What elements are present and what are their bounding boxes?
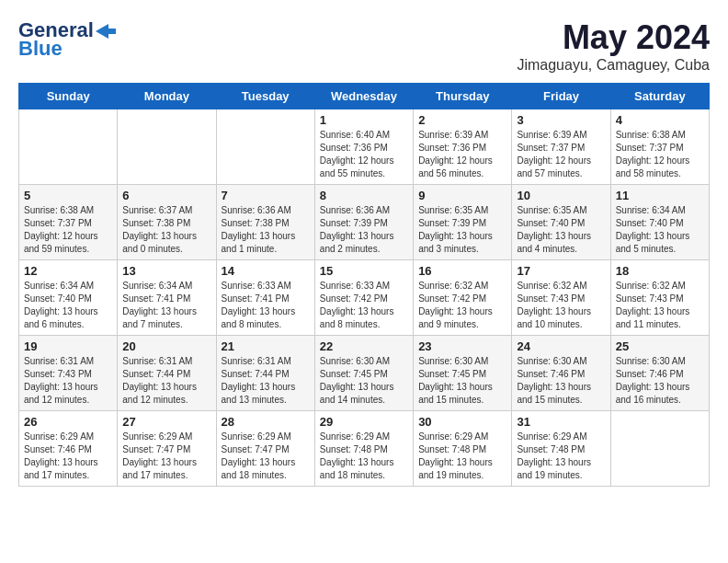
day-number: 9 — [418, 189, 506, 202]
day-info: Sunrise: 6:40 AM Sunset: 7:36 PM Dayligh… — [320, 129, 408, 180]
day-number: 1 — [320, 113, 408, 127]
calendar-cell: 26Sunrise: 6:29 AM Sunset: 7:46 PM Dayli… — [19, 411, 118, 487]
title-block: May 2024 Jimaguayu, Camaguey, Cuba — [517, 18, 710, 74]
day-info: Sunrise: 6:31 AM Sunset: 7:44 PM Dayligh… — [222, 355, 310, 407]
calendar-cell — [610, 411, 709, 487]
calendar-cell: 8Sunrise: 6:36 AM Sunset: 7:39 PM Daylig… — [314, 185, 413, 260]
day-number: 10 — [517, 189, 605, 202]
day-number: 4 — [616, 113, 704, 127]
weekday-header-saturday: Saturday — [610, 84, 709, 109]
day-info: Sunrise: 6:32 AM Sunset: 7:43 PM Dayligh… — [517, 280, 605, 331]
calendar-cell: 7Sunrise: 6:36 AM Sunset: 7:38 PM Daylig… — [216, 185, 314, 260]
day-number: 31 — [517, 415, 605, 429]
day-info: Sunrise: 6:31 AM Sunset: 7:44 PM Dayligh… — [122, 355, 210, 407]
day-info: Sunrise: 6:39 AM Sunset: 7:37 PM Dayligh… — [517, 129, 605, 180]
day-number: 24 — [517, 339, 605, 353]
day-number: 20 — [122, 339, 210, 353]
calendar-cell: 12Sunrise: 6:34 AM Sunset: 7:40 PM Dayli… — [19, 260, 118, 336]
day-info: Sunrise: 6:29 AM Sunset: 7:48 PM Dayligh… — [517, 431, 605, 482]
calendar-cell: 22Sunrise: 6:30 AM Sunset: 7:45 PM Dayli… — [314, 336, 413, 411]
calendar-cell — [19, 109, 118, 185]
calendar-cell: 15Sunrise: 6:33 AM Sunset: 7:42 PM Dayli… — [314, 260, 413, 336]
day-number: 12 — [24, 264, 112, 278]
day-number: 30 — [418, 415, 506, 429]
day-info: Sunrise: 6:33 AM Sunset: 7:41 PM Dayligh… — [222, 280, 310, 331]
day-number: 16 — [418, 264, 506, 278]
day-info: Sunrise: 6:31 AM Sunset: 7:43 PM Dayligh… — [24, 355, 112, 407]
page-header: General Blue May 2024 Jimaguayu, Camague… — [18, 18, 710, 74]
day-number: 15 — [320, 264, 408, 278]
day-number: 29 — [320, 415, 408, 429]
calendar-cell: 31Sunrise: 6:29 AM Sunset: 7:48 PM Dayli… — [512, 411, 610, 487]
day-info: Sunrise: 6:29 AM Sunset: 7:48 PM Dayligh… — [320, 431, 408, 482]
location: Jimaguayu, Camaguey, Cuba — [517, 57, 710, 74]
calendar-cell: 3Sunrise: 6:39 AM Sunset: 7:37 PM Daylig… — [512, 109, 610, 185]
calendar-week-row: 26Sunrise: 6:29 AM Sunset: 7:46 PM Dayli… — [19, 411, 710, 487]
day-info: Sunrise: 6:38 AM Sunset: 7:37 PM Dayligh… — [616, 129, 704, 180]
day-number: 27 — [122, 415, 210, 429]
day-info: Sunrise: 6:29 AM Sunset: 7:47 PM Dayligh… — [122, 431, 210, 482]
weekday-header-sunday: Sunday — [19, 84, 118, 109]
calendar-cell: 5Sunrise: 6:38 AM Sunset: 7:37 PM Daylig… — [19, 185, 118, 260]
logo: General Blue — [18, 18, 116, 61]
calendar-cell — [118, 109, 216, 185]
day-number: 6 — [122, 189, 210, 202]
day-info: Sunrise: 6:29 AM Sunset: 7:47 PM Dayligh… — [222, 431, 310, 482]
day-info: Sunrise: 6:36 AM Sunset: 7:39 PM Dayligh… — [320, 204, 408, 256]
calendar-cell: 11Sunrise: 6:34 AM Sunset: 7:40 PM Dayli… — [610, 185, 709, 260]
day-info: Sunrise: 6:30 AM Sunset: 7:46 PM Dayligh… — [616, 355, 704, 407]
month-title: May 2024 — [517, 18, 710, 57]
calendar-cell: 29Sunrise: 6:29 AM Sunset: 7:48 PM Dayli… — [314, 411, 413, 487]
day-info: Sunrise: 6:34 AM Sunset: 7:40 PM Dayligh… — [616, 204, 704, 256]
calendar-cell: 1Sunrise: 6:40 AM Sunset: 7:36 PM Daylig… — [314, 109, 413, 185]
calendar-cell: 30Sunrise: 6:29 AM Sunset: 7:48 PM Dayli… — [414, 411, 512, 487]
calendar-week-row: 19Sunrise: 6:31 AM Sunset: 7:43 PM Dayli… — [19, 336, 710, 411]
calendar-cell: 17Sunrise: 6:32 AM Sunset: 7:43 PM Dayli… — [512, 260, 610, 336]
day-number: 2 — [418, 113, 506, 127]
day-info: Sunrise: 6:30 AM Sunset: 7:45 PM Dayligh… — [320, 355, 408, 407]
calendar-cell: 25Sunrise: 6:30 AM Sunset: 7:46 PM Dayli… — [610, 336, 709, 411]
day-number: 22 — [320, 339, 408, 353]
day-info: Sunrise: 6:30 AM Sunset: 7:46 PM Dayligh… — [517, 355, 605, 407]
day-info: Sunrise: 6:38 AM Sunset: 7:37 PM Dayligh… — [24, 204, 112, 256]
calendar-cell — [216, 109, 314, 185]
calendar-table: SundayMondayTuesdayWednesdayThursdayFrid… — [18, 83, 710, 487]
weekday-header-thursday: Thursday — [414, 84, 512, 109]
calendar-cell: 2Sunrise: 6:39 AM Sunset: 7:36 PM Daylig… — [414, 109, 512, 185]
day-number: 18 — [616, 264, 704, 278]
logo-arrow-icon — [96, 24, 116, 39]
weekday-header-friday: Friday — [512, 84, 610, 109]
weekday-header-monday: Monday — [118, 84, 216, 109]
calendar-week-row: 1Sunrise: 6:40 AM Sunset: 7:36 PM Daylig… — [19, 109, 710, 185]
calendar-cell: 16Sunrise: 6:32 AM Sunset: 7:42 PM Dayli… — [414, 260, 512, 336]
weekday-header-wednesday: Wednesday — [314, 84, 413, 109]
calendar-cell: 27Sunrise: 6:29 AM Sunset: 7:47 PM Dayli… — [118, 411, 216, 487]
day-number: 3 — [517, 113, 605, 127]
calendar-cell: 23Sunrise: 6:30 AM Sunset: 7:45 PM Dayli… — [414, 336, 512, 411]
day-number: 17 — [517, 264, 605, 278]
calendar-cell: 28Sunrise: 6:29 AM Sunset: 7:47 PM Dayli… — [216, 411, 314, 487]
calendar-cell: 10Sunrise: 6:35 AM Sunset: 7:40 PM Dayli… — [512, 185, 610, 260]
day-info: Sunrise: 6:32 AM Sunset: 7:43 PM Dayligh… — [616, 280, 704, 331]
day-info: Sunrise: 6:35 AM Sunset: 7:40 PM Dayligh… — [517, 204, 605, 256]
day-info: Sunrise: 6:37 AM Sunset: 7:38 PM Dayligh… — [122, 204, 210, 256]
calendar-week-row: 5Sunrise: 6:38 AM Sunset: 7:37 PM Daylig… — [19, 185, 710, 260]
calendar-cell: 19Sunrise: 6:31 AM Sunset: 7:43 PM Dayli… — [19, 336, 118, 411]
calendar-cell: 21Sunrise: 6:31 AM Sunset: 7:44 PM Dayli… — [216, 336, 314, 411]
day-number: 28 — [222, 415, 310, 429]
calendar-week-row: 12Sunrise: 6:34 AM Sunset: 7:40 PM Dayli… — [19, 260, 710, 336]
calendar-cell: 9Sunrise: 6:35 AM Sunset: 7:39 PM Daylig… — [414, 185, 512, 260]
calendar-cell: 4Sunrise: 6:38 AM Sunset: 7:37 PM Daylig… — [610, 109, 709, 185]
day-number: 26 — [24, 415, 112, 429]
day-info: Sunrise: 6:39 AM Sunset: 7:36 PM Dayligh… — [418, 129, 506, 180]
calendar-cell: 14Sunrise: 6:33 AM Sunset: 7:41 PM Dayli… — [216, 260, 314, 336]
day-info: Sunrise: 6:29 AM Sunset: 7:48 PM Dayligh… — [418, 431, 506, 482]
day-number: 8 — [320, 189, 408, 202]
day-info: Sunrise: 6:30 AM Sunset: 7:45 PM Dayligh… — [418, 355, 506, 407]
logo-blue: Blue — [18, 37, 63, 61]
calendar-cell: 24Sunrise: 6:30 AM Sunset: 7:46 PM Dayli… — [512, 336, 610, 411]
day-info: Sunrise: 6:34 AM Sunset: 7:41 PM Dayligh… — [122, 280, 210, 331]
day-number: 25 — [616, 339, 704, 353]
calendar-cell: 18Sunrise: 6:32 AM Sunset: 7:43 PM Dayli… — [610, 260, 709, 336]
weekday-header-row: SundayMondayTuesdayWednesdayThursdayFrid… — [19, 84, 710, 109]
